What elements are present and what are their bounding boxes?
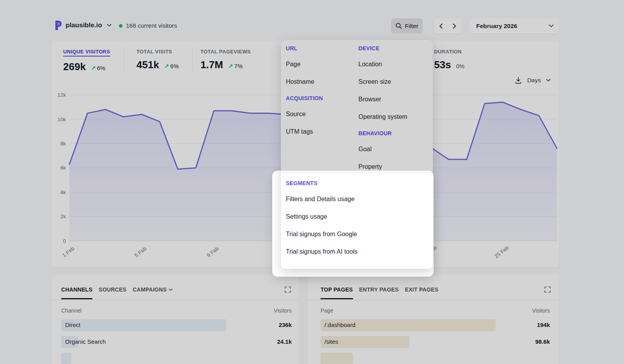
expand-icon[interactable] xyxy=(285,286,291,293)
segment-item-filters-and-details-usage[interactable]: Filters and Details usage xyxy=(286,195,433,203)
x-tick-label: 25 Feb xyxy=(493,245,510,260)
x-tick-label: 5 Feb xyxy=(133,246,147,258)
next-period-button[interactable] xyxy=(448,18,461,34)
filter-dropdown-menu: URLPageHostnameACQUISITIONSourceUTM tags… xyxy=(281,40,433,269)
chevron-down-icon xyxy=(168,288,173,291)
channels-tabs: CHANNELS SOURCES CAMPAIGNS xyxy=(52,275,298,293)
filter-item-utm-tags[interactable]: UTM tags xyxy=(286,128,358,136)
filter-item-hostname[interactable]: Hostname xyxy=(286,78,358,86)
filter-item-screen-size[interactable]: Screen size xyxy=(358,78,433,86)
filter-item-goal[interactable]: Goal xyxy=(358,145,433,153)
table-row-organic-search[interactable]: Organic Search24.1k xyxy=(61,336,292,348)
site-name: plausible.io xyxy=(66,21,102,29)
filter-section-title-device: DEVICE xyxy=(358,45,433,52)
chevron-down-icon xyxy=(107,24,112,27)
header: plausible.io 168 current visitors Filter… xyxy=(52,17,559,35)
channels-card: CHANNELS SOURCES CAMPAIGNS Channel Visit… xyxy=(52,275,298,364)
search-icon xyxy=(395,23,402,29)
row-bar xyxy=(321,353,353,364)
filter-item-source[interactable]: Source xyxy=(286,110,358,118)
filter-section-title-acquisition: ACQUISITION xyxy=(286,95,358,102)
tab-top-pages[interactable]: TOP PAGES xyxy=(321,286,353,293)
column-header-channel: Channel xyxy=(61,307,82,314)
pages-table: /:dashboard194k/sites98.6k xyxy=(321,319,550,364)
x-tick-label: 1 Feb xyxy=(61,246,75,258)
current-visitors-label: 168 current visitors xyxy=(126,22,177,29)
x-tick-label: 9 Feb xyxy=(206,246,220,258)
row-label: /sites xyxy=(324,338,338,345)
date-range-picker[interactable]: February 2026 xyxy=(470,18,559,34)
y-tick-label: 10k xyxy=(57,117,66,122)
y-tick-label: 2k xyxy=(60,214,66,219)
chevron-right-icon xyxy=(453,23,456,29)
y-tick-label: 8k xyxy=(60,141,66,147)
tabs-divider xyxy=(308,300,559,300)
expand-icon[interactable] xyxy=(544,286,551,293)
row-bar xyxy=(61,353,71,364)
date-range-label: February 2026 xyxy=(476,23,549,30)
row-bar xyxy=(61,319,226,331)
segments-section: SEGMENTS Filters and Details usageSettin… xyxy=(281,173,433,256)
filter-menu-left-column: URLPageHostnameACQUISITIONSourceUTM tags xyxy=(286,45,358,171)
filter-menu-right-column: DEVICELocationScreen sizeBrowserOperatin… xyxy=(358,45,433,171)
table-row-direct[interactable]: Direct236k xyxy=(61,319,292,331)
channels-table: Direct236kOrganic Search24.1k xyxy=(61,319,292,364)
y-tick-label: 6k xyxy=(60,165,66,171)
filter-item-location[interactable]: Location xyxy=(358,60,433,68)
date-nav xyxy=(434,18,461,34)
pages-tabs: TOP PAGES ENTRY PAGES EXIT PAGES xyxy=(308,275,559,293)
segments-section-title: SEGMENTS xyxy=(286,180,433,187)
column-header-page: Page xyxy=(321,307,333,314)
prev-period-button[interactable] xyxy=(434,18,448,34)
filter-item-operating-system[interactable]: Operating system xyxy=(358,113,433,121)
filter-item-page[interactable]: Page xyxy=(286,60,358,68)
table-row-sites[interactable]: /sites98.6k xyxy=(321,336,550,348)
tabs-divider xyxy=(52,300,298,300)
table-row-dashboard[interactable]: /:dashboard194k xyxy=(321,319,550,331)
site-switcher[interactable]: plausible.io xyxy=(55,20,112,30)
plausible-logo-icon xyxy=(55,20,62,30)
y-tick-label: 4k xyxy=(60,189,66,195)
y-tick-label: 0 xyxy=(63,238,66,244)
table-row-partial[interactable] xyxy=(61,353,292,364)
tab-channels[interactable]: CHANNELS xyxy=(61,286,92,293)
tab-entry-pages[interactable]: ENTRY PAGES xyxy=(359,286,399,293)
segment-item-trial-signups-from-ai-tools[interactable]: Trial signups from AI tools xyxy=(286,248,433,256)
filter-button[interactable]: Filter xyxy=(391,18,423,34)
filter-section-title-url: URL xyxy=(286,45,358,52)
chevron-down-icon xyxy=(549,24,554,28)
filter-section-title-behaviour: BEHAVIOUR xyxy=(358,130,433,137)
tab-exit-pages[interactable]: EXIT PAGES xyxy=(405,286,438,293)
current-visitors[interactable]: 168 current visitors xyxy=(119,22,177,29)
filter-item-property[interactable]: Property xyxy=(358,163,433,171)
row-value: 24.1k xyxy=(277,338,292,345)
chevron-left-icon xyxy=(439,23,443,29)
segment-item-settings-usage[interactable]: Settings usage xyxy=(286,213,433,221)
row-value: 236k xyxy=(279,322,292,328)
column-header-visitors: Visitors xyxy=(532,307,550,314)
live-dot-icon xyxy=(119,24,122,28)
tab-sources[interactable]: SOURCES xyxy=(99,286,126,293)
row-value: 194k xyxy=(537,322,550,328)
tab-campaigns[interactable]: CAMPAIGNS xyxy=(133,286,173,293)
row-value: 98.6k xyxy=(535,338,550,345)
y-tick-label: 12k xyxy=(57,92,66,98)
column-header-visitors: Visitors xyxy=(274,307,292,314)
filter-item-browser[interactable]: Browser xyxy=(358,95,433,103)
row-label: Direct xyxy=(65,322,80,328)
row-label: Organic Search xyxy=(65,338,106,345)
table-row-partial[interactable] xyxy=(321,353,550,364)
filter-button-label: Filter xyxy=(405,23,418,30)
chart-y-axis-labels: 02k4k6k8k10k12k xyxy=(57,92,66,244)
pages-card: TOP PAGES ENTRY PAGES EXIT PAGES Page Vi… xyxy=(308,275,559,364)
segment-item-trial-signups-from-google[interactable]: Trial signups from Google xyxy=(286,230,433,238)
row-label: /:dashboard xyxy=(324,322,355,328)
